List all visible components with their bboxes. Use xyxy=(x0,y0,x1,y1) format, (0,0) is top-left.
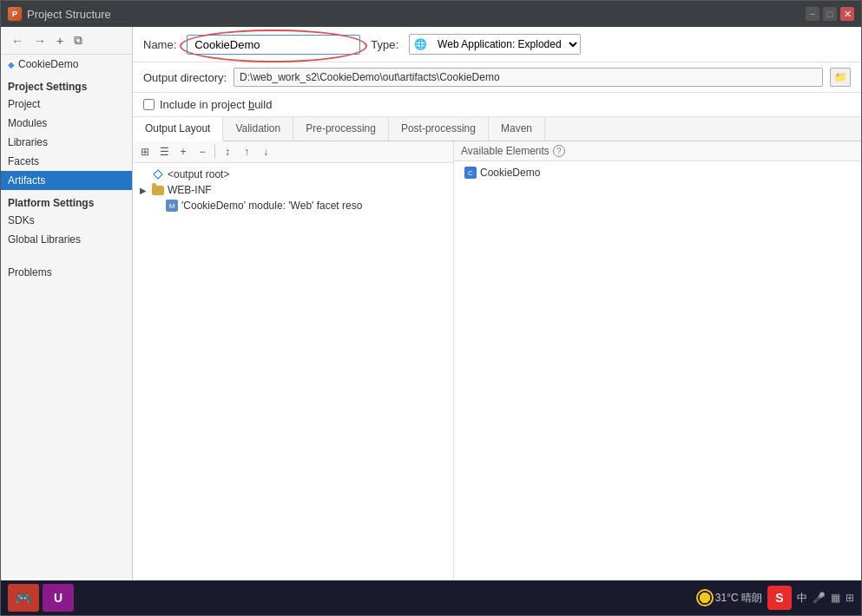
tree-up-btn[interactable]: ↑ xyxy=(238,143,255,161)
name-input[interactable] xyxy=(187,35,360,55)
web-inf-folder-icon xyxy=(152,186,164,195)
available-item-cookiedemo[interactable]: C CookieDemo xyxy=(461,165,854,180)
sidebar-item-artifacts-label: Artifacts xyxy=(8,174,45,187)
taskbar-left: 🎮 U xyxy=(8,584,74,612)
output-path-input[interactable] xyxy=(234,68,823,87)
window-controls: − □ ✕ xyxy=(806,7,854,21)
taskbar-app1-icon: 🎮 xyxy=(15,590,32,606)
web-app-icon: 🌐 xyxy=(413,37,427,51)
sidebar-tree-cookiedemo[interactable]: ◆ CookieDemo xyxy=(1,55,132,74)
close-button[interactable]: ✕ xyxy=(840,7,854,21)
sidebar-item-libraries[interactable]: Libraries xyxy=(1,133,132,152)
tree-layout-btn[interactable]: ⊞ xyxy=(136,143,154,161)
tree-node-web-inf[interactable]: ▶ WEB-INF xyxy=(133,182,453,198)
sidebar-item-problems-label: Problems xyxy=(8,266,52,279)
sidebar-item-facets-label: Facets xyxy=(8,155,39,167)
content-pane: ⊞ ☰ + − ↕ ↑ ↓ xyxy=(133,141,861,580)
sidebar-toolbar: ← → + ⧉ xyxy=(1,27,132,55)
available-title: Available Elements xyxy=(461,145,549,157)
tab-maven[interactable]: Maven xyxy=(489,117,545,141)
platform-settings-header: Platform Settings xyxy=(1,190,132,211)
include-checkbox-row: Include in project build xyxy=(133,93,861,117)
type-label: Type: xyxy=(371,38,398,51)
mic-icon[interactable]: 🎤 xyxy=(813,592,826,604)
taskbar-app-1[interactable]: 🎮 xyxy=(8,584,39,612)
browse-button[interactable]: 📁 xyxy=(830,68,851,87)
sougou-icon[interactable]: S xyxy=(767,586,792,610)
grid-icon[interactable]: ⊞ xyxy=(846,592,854,604)
tree-node-output-root[interactable]: <output root> xyxy=(133,167,453,182)
tree-sort-btn[interactable]: ↕ xyxy=(219,143,236,161)
sidebar-item-global-libraries[interactable]: Global Libraries xyxy=(1,230,132,249)
sidebar-item-modules[interactable]: Modules xyxy=(1,114,132,133)
minimize-button[interactable]: − xyxy=(806,7,819,21)
sidebar-item-facets[interactable]: Facets xyxy=(1,152,132,171)
output-root-icon xyxy=(152,168,164,180)
module-icon: M xyxy=(166,200,178,212)
nav-forward-button[interactable]: → xyxy=(30,32,49,49)
tree-add-btn[interactable]: + xyxy=(174,143,192,161)
tree-list-btn[interactable]: ☰ xyxy=(155,143,173,161)
tab-post-processing[interactable]: Post-processing xyxy=(389,117,489,141)
title-bar-left: P Project Structure xyxy=(8,7,111,21)
weather-text: 31°C 晴朗 xyxy=(715,591,762,606)
type-select[interactable]: Web Application: Exploded xyxy=(431,35,580,54)
tree-pane: ⊞ ☰ + − ↕ ↑ ↓ xyxy=(133,141,454,580)
window-title: Project Structure xyxy=(27,8,111,21)
tab-validation[interactable]: Validation xyxy=(223,117,293,141)
tab-pre-processing[interactable]: Pre-processing xyxy=(293,117,389,141)
tree-remove-btn[interactable]: − xyxy=(194,143,211,161)
tabs-bar: Output Layout Validation Pre-processing … xyxy=(133,117,861,141)
available-content: C CookieDemo xyxy=(454,161,861,580)
output-directory-row: Output directory: 📁 xyxy=(133,62,861,93)
available-header: Available Elements ? xyxy=(454,141,861,161)
sidebar-item-problems[interactable]: Problems xyxy=(1,263,132,282)
sidebar-item-global-libraries-label: Global Libraries xyxy=(8,233,81,246)
maximize-button[interactable]: □ xyxy=(823,7,837,21)
sidebar-tree-cookiedemo-label: CookieDemo xyxy=(18,58,78,70)
tree-content: <output root> ▶ WEB-INF M 'CookieDem xyxy=(133,163,453,580)
sidebar: ← → + ⧉ ◆ CookieDemo Project Settings Pr… xyxy=(1,27,133,580)
help-icon[interactable]: ? xyxy=(553,145,565,157)
include-label: Include in project build xyxy=(160,98,272,111)
sidebar-item-sdks-label: SDKs xyxy=(8,214,35,226)
browse-icon: 📁 xyxy=(834,71,847,83)
add-button[interactable]: + xyxy=(53,32,67,49)
tab-output-layout[interactable]: Output Layout xyxy=(133,117,223,141)
name-label: Name: xyxy=(143,38,176,51)
weather-area: 31°C 晴朗 xyxy=(698,591,762,606)
tree-node-module-label: 'CookieDemo' module: 'Web' facet reso xyxy=(181,200,362,212)
sidebar-item-artifacts[interactable]: Artifacts xyxy=(1,171,132,190)
tree-node-module-resource[interactable]: M 'CookieDemo' module: 'Web' facet reso xyxy=(133,198,453,213)
project-structure-window: P Project Structure − □ ✕ ← → + ⧉ ◆ xyxy=(0,0,862,616)
tree-node-web-inf-label: WEB-INF xyxy=(168,184,212,196)
content-area: Name: Type: 🌐 Web Application: Exploded … xyxy=(133,27,861,580)
ime-label[interactable]: 中 xyxy=(797,591,807,606)
cookiedemo-icon: C xyxy=(464,167,477,179)
keyboard-icon[interactable]: ▦ xyxy=(831,592,840,604)
copy-button[interactable]: ⧉ xyxy=(70,31,86,49)
nav-back-button[interactable]: ← xyxy=(8,32,27,49)
name-input-wrapper xyxy=(187,35,360,55)
project-settings-header: Project Settings xyxy=(1,74,132,95)
sidebar-item-project-label: Project xyxy=(8,98,40,110)
type-select-wrapper: 🌐 Web Application: Exploded xyxy=(409,34,581,55)
sun-icon xyxy=(698,591,712,605)
sidebar-item-modules-label: Modules xyxy=(8,117,47,129)
tree-down-btn[interactable]: ↓ xyxy=(257,143,274,161)
name-type-row: Name: Type: 🌐 Web Application: Exploded xyxy=(133,27,861,62)
taskbar-app2-icon: U xyxy=(54,591,63,605)
sidebar-item-libraries-label: Libraries xyxy=(8,136,48,148)
sidebar-item-project[interactable]: Project xyxy=(1,95,132,114)
sidebar-item-sdks[interactable]: SDKs xyxy=(1,211,132,230)
nav-arrows: ← → xyxy=(8,32,49,49)
taskbar-right: 31°C 晴朗 S 中 🎤 ▦ ⊞ xyxy=(698,586,854,610)
taskbar-app-2[interactable]: U xyxy=(43,584,74,612)
output-directory-label: Output directory: xyxy=(143,71,227,84)
available-item-cookiedemo-label: CookieDemo xyxy=(480,167,540,179)
arrow-web-inf-icon: ▶ xyxy=(140,186,148,195)
sougou-label: S xyxy=(775,591,783,605)
tree-node-output-root-label: <output root> xyxy=(168,168,229,180)
include-checkbox[interactable] xyxy=(143,99,155,110)
app-icon: P xyxy=(8,7,22,21)
